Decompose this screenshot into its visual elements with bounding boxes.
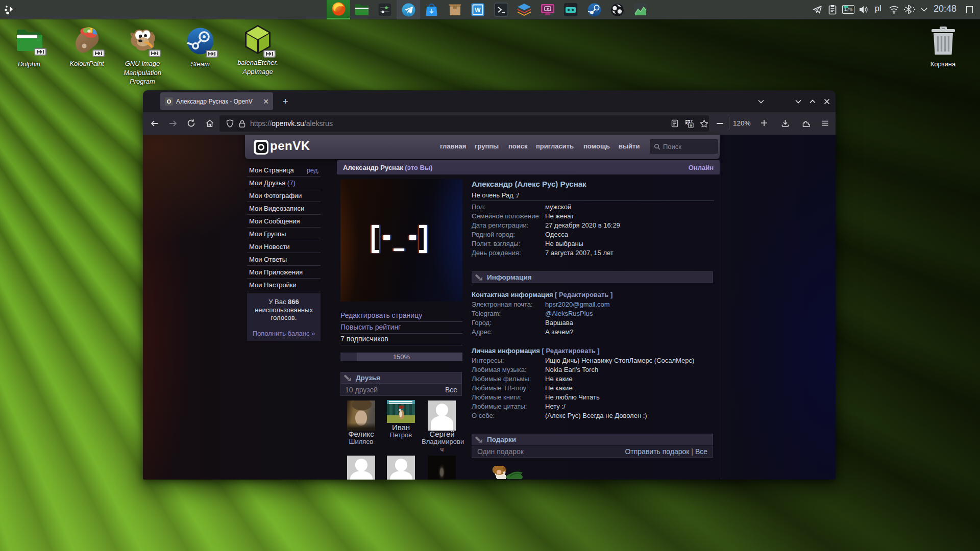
svg-text:a: a	[690, 123, 692, 128]
svg-text:W: W	[475, 7, 481, 14]
